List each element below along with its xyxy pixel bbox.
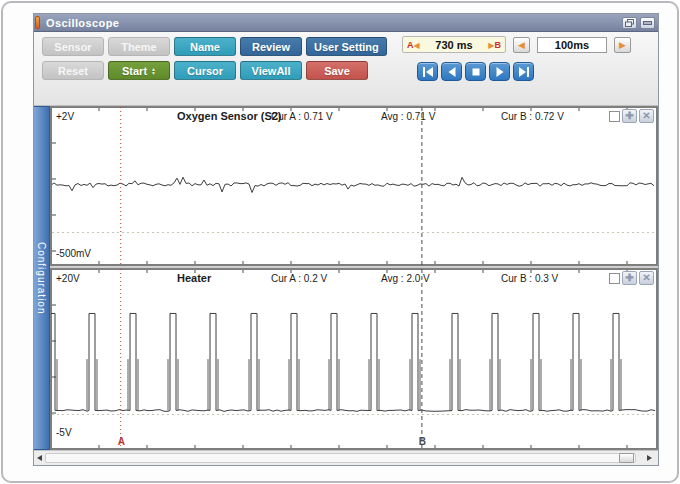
range-bottom-label: -5V — [56, 427, 72, 438]
range-bottom-label: -500mV — [56, 248, 91, 259]
window-title: Oscilloscope — [46, 17, 619, 29]
channel-header: +20V Heater Cur A : 0.2 V Avg : 2.0 V Cu… — [51, 271, 657, 287]
toolbar: Sensor Theme Name Review User Setting Re… — [34, 32, 658, 106]
channel-select-checkbox[interactable] — [609, 273, 620, 284]
right-arrow-icon: ▶ — [619, 40, 626, 50]
screenshot-frame: Oscilloscope Sensor Theme Name Review Us… — [1, 1, 679, 483]
ab-range-value: 730 ms — [435, 39, 472, 51]
step-back-icon — [447, 67, 457, 77]
scrollbar-track[interactable] — [45, 453, 636, 463]
restore-icon — [625, 19, 634, 27]
step-back-button[interactable] — [441, 62, 462, 81]
cursor-b-letter: B — [495, 40, 502, 50]
app-icon — [35, 16, 40, 29]
user-setting-button[interactable]: User Setting — [306, 37, 387, 56]
close-channel-button[interactable]: ✕ — [639, 109, 654, 123]
average-value: Avg : 0.71 V — [381, 111, 435, 122]
review-button[interactable]: Review — [240, 37, 302, 56]
timebase-increase-button[interactable]: ▶ — [614, 37, 631, 53]
channel-controls: ✚ ✕ — [609, 271, 654, 285]
toolbar-button-grid: Sensor Theme Name Review User Setting Re… — [42, 37, 387, 85]
sensor-button[interactable]: Sensor — [42, 37, 104, 56]
stop-icon — [471, 67, 481, 77]
toolbar-row-1: Sensor Theme Name Review User Setting — [42, 37, 387, 56]
range-top-label: +2V — [56, 111, 74, 122]
cursor-b-value: Cur B : 0.3 V — [501, 273, 558, 284]
theme-button[interactable]: Theme — [108, 37, 170, 56]
zoom-in-button[interactable]: ✚ — [622, 109, 637, 123]
zoom-in-button[interactable]: ✚ — [622, 271, 637, 285]
scroll-left-arrow-icon[interactable] — [37, 455, 42, 461]
cursor-a-step[interactable]: A◀ — [407, 39, 420, 50]
cursor-b-value: Cur B : 0.72 V — [501, 111, 564, 122]
timebase-value[interactable]: 100ms — [537, 37, 607, 53]
title-bar: Oscilloscope — [34, 14, 658, 32]
scope-area: Configuration +2V Oxygen Sensor (S2) Cur… — [34, 106, 658, 450]
scroll-right-arrow-icon[interactable] — [647, 455, 652, 461]
configuration-tab[interactable]: Configuration — [34, 106, 50, 450]
oscilloscope-window: Oscilloscope Sensor Theme Name Review Us… — [33, 13, 659, 466]
channel-controls: ✚ ✕ — [609, 109, 654, 123]
restore-button[interactable] — [622, 17, 637, 29]
channel-header: +2V Oxygen Sensor (S2) Cur A : 0.71 V Av… — [51, 109, 657, 125]
minimize-button[interactable] — [640, 17, 655, 29]
play-button[interactable] — [489, 62, 510, 81]
waveform-plot[interactable] — [51, 107, 657, 265]
cursor-a-value: Cur A : 0.71 V — [271, 111, 333, 122]
cursor-a-value: Cur A : 0.2 V — [271, 273, 327, 284]
skip-to-start-icon — [423, 67, 433, 77]
left-arrow-icon: ◀ — [518, 40, 525, 50]
scrollbar-thumb[interactable] — [619, 453, 634, 463]
cursor-a-left-arrow-icon: ◀ — [414, 41, 420, 50]
skip-to-end-icon — [519, 67, 529, 77]
playback-controls — [417, 62, 652, 81]
start-button-label: Start — [122, 65, 147, 77]
minimize-icon — [643, 19, 652, 27]
name-button[interactable]: Name — [174, 37, 236, 56]
start-spinner-icon[interactable]: ▲▼ — [151, 67, 156, 75]
toolbar-row-2: Reset Start ▲▼ Cursor ViewAll Save — [42, 61, 387, 80]
save-button[interactable]: Save — [306, 61, 368, 80]
start-button[interactable]: Start ▲▼ — [108, 61, 170, 80]
reset-button[interactable]: Reset — [42, 61, 104, 80]
channel-title: Oxygen Sensor (S2) — [177, 110, 282, 122]
channel-stack: +2V Oxygen Sensor (S2) Cur A : 0.71 V Av… — [50, 106, 658, 450]
cursor-a-marker[interactable]: A — [118, 436, 125, 447]
skip-to-end-button[interactable] — [513, 62, 534, 81]
skip-to-start-button[interactable] — [417, 62, 438, 81]
time-range-row: A◀ 730 ms ▶B ◀ 100ms ▶ — [402, 36, 652, 53]
channel-heater: +20V Heater Cur A : 0.2 V Avg : 2.0 V Cu… — [50, 268, 658, 450]
cursor-b-step[interactable]: ▶B — [488, 39, 501, 50]
horizontal-scrollbar[interactable] — [34, 450, 658, 465]
channel-title: Heater — [177, 272, 211, 284]
cursor-b-marker[interactable]: B — [419, 436, 426, 447]
play-icon — [495, 67, 505, 77]
close-channel-button[interactable]: ✕ — [639, 271, 654, 285]
viewall-button[interactable]: ViewAll — [240, 61, 302, 80]
time-controls: A◀ 730 ms ▶B ◀ 100ms ▶ — [402, 36, 652, 81]
cursor-button[interactable]: Cursor — [174, 61, 236, 80]
ab-range-box: A◀ 730 ms ▶B — [402, 36, 506, 53]
stop-button[interactable] — [465, 62, 486, 81]
average-value: Avg : 2.0 V — [381, 273, 430, 284]
range-top-label: +20V — [56, 273, 80, 284]
channel-select-checkbox[interactable] — [609, 111, 620, 122]
timebase-decrease-button[interactable]: ◀ — [513, 37, 530, 53]
waveform-plot[interactable] — [51, 269, 657, 449]
channel-oxygen-sensor: +2V Oxygen Sensor (S2) Cur A : 0.71 V Av… — [50, 106, 658, 266]
